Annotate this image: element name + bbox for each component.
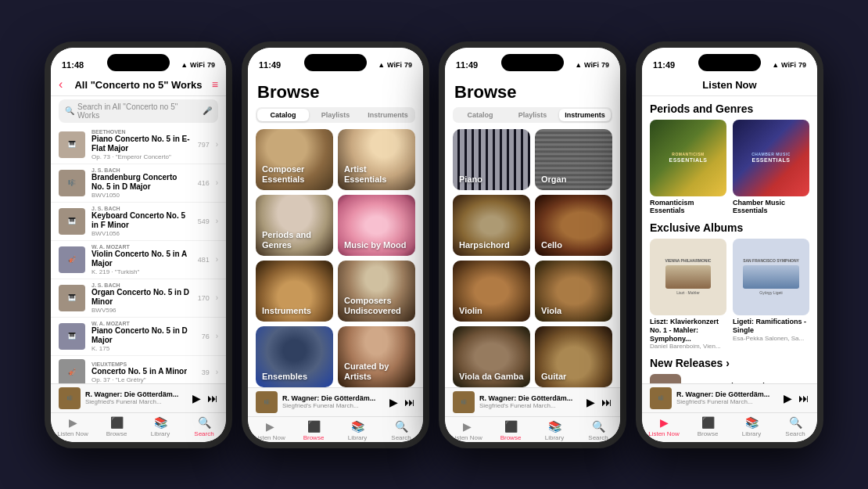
tab-browse-1[interactable]: ⬛ Browse — [95, 416, 138, 437]
section-title-exclusive: Exclusive Albums — [650, 221, 809, 234]
back-button-1[interactable]: ‹ — [59, 77, 63, 92]
album-item-romanticism[interactable]: ROMANTICISM ESSENTIALS Romanticism Essen… — [650, 120, 726, 216]
list-item[interactable]: 🎻 W. A. MOZART Violin Concerto No. 5 in … — [51, 241, 226, 279]
grid-item-viola[interactable]: Viola — [535, 261, 612, 322]
tab-search-2[interactable]: 🔍 Search — [379, 420, 423, 441]
section-title-new-releases[interactable]: New Releases › — [650, 357, 809, 369]
grid-item-guitar[interactable]: Guitar — [535, 326, 612, 387]
album-item-chamber[interactable]: CHAMBER MUSIC ESSENTIALS Chamber Music E… — [733, 120, 809, 216]
dynamic-island-3 — [501, 54, 564, 71]
player-thumb-1: 🎼 — [59, 387, 81, 409]
segment-instruments-3[interactable]: Instruments — [559, 109, 611, 121]
item-count-4: 481 — [198, 256, 210, 264]
grid-item-bg: Viola da Gamba — [453, 326, 530, 387]
grid-item-viola-da-gamba[interactable]: Viola da Gamba — [453, 326, 530, 387]
segment-catalog-2[interactable]: Catalog — [257, 109, 309, 121]
segment-playlists-3[interactable]: Playlists — [507, 109, 558, 121]
grid-item-cello[interactable]: Cello — [535, 195, 612, 256]
mini-player-3[interactable]: 🎼 R. Wagner: Die Götterdäm... Siegfried'… — [445, 387, 620, 416]
grid-item-music-by-mood[interactable]: Music by Mood — [338, 195, 415, 256]
play-button-4[interactable]: ▶ — [784, 392, 792, 405]
signal-icon-4: ▲ — [772, 61, 779, 69]
grid-item-bg: Composer Essentials — [256, 129, 333, 190]
tab-listen-now-4[interactable]: ▶ Listen Now — [642, 416, 686, 437]
list-item[interactable]: 🎹 J. S. BACH Keyboard Concerto No. 5 in … — [51, 203, 226, 241]
list-item[interactable]: 🎹 BEETHOVEN Piano Concerto No. 5 in E-Fl… — [51, 126, 226, 164]
tab-browse-2[interactable]: ⬛ Browse — [292, 420, 335, 441]
grid-item-composer-essentials[interactable]: Composer Essentials — [256, 129, 333, 190]
grid-item-bg: Harpsichord — [453, 195, 530, 256]
grid-item-harpsichord[interactable]: Harpsichord — [453, 195, 530, 256]
grid-item-bg: Piano — [453, 129, 530, 190]
item-title-6: Piano Concerto No. 5 in D Major — [91, 326, 195, 345]
grid-item-violin[interactable]: Violin — [453, 261, 530, 322]
wifi-icon-3: WiFi — [584, 61, 599, 69]
list-item[interactable]: 🎹 W. A. MOZART Piano Concerto No. 5 in D… — [51, 318, 226, 356]
album-cover-liszt: VIENNA PHILHARMONIC Liszt · Mahler — [650, 239, 726, 315]
status-icons-1: ▲ WiFi 79 — [181, 61, 215, 69]
filter-button-1[interactable]: ≡ — [212, 78, 218, 91]
tab-browse-4[interactable]: ⬛ Browse — [686, 416, 730, 437]
grid-item-instruments[interactable]: Instruments — [256, 261, 333, 322]
grid-item-artist-essentials[interactable]: Artist Essentials — [338, 129, 415, 190]
browse-label-1: Browse — [106, 430, 127, 437]
tab-bar-3: ▶ Listen Now ⬛ Browse 📚 Library 🔍 Search — [445, 416, 620, 442]
new-releases-item[interactable]: R. Wagner: Die Götterdäm... Siegfried's … — [650, 374, 809, 383]
forward-button-1[interactable]: ⏭ — [207, 392, 218, 405]
segment-catalog-3[interactable]: Catalog — [454, 109, 506, 121]
tab-search-4[interactable]: 🔍 Search — [773, 416, 817, 437]
item-info-6: W. A. MOZART Piano Concerto No. 5 in D M… — [91, 321, 195, 352]
grid-item-ensembles[interactable]: Ensembles — [256, 326, 333, 387]
tab-listen-now-1[interactable]: ▶ Listen Now — [51, 416, 95, 437]
status-time-1: 11:48 — [62, 60, 84, 70]
dynamic-island-4 — [698, 54, 761, 71]
list-item[interactable]: 🎹 J. S. BACH Organ Concerto No. 5 in D M… — [51, 279, 226, 318]
forward-button-4[interactable]: ⏭ — [798, 392, 809, 405]
chevron-icon-6: › — [216, 332, 218, 340]
play-button-1[interactable]: ▶ — [192, 392, 201, 405]
listen-now-content: Periods and Genres ROMANTICISM ESSENTIAL… — [642, 96, 817, 383]
list-item[interactable]: 🎻 VIEUXTEMPS Concerto No. 5 in A Minor O… — [51, 356, 226, 383]
item-info-5: J. S. BACH Organ Concerto No. 5 in D Min… — [91, 282, 192, 314]
tab-listen-now-2[interactable]: ▶ Listen Now — [248, 420, 292, 441]
tab-library-3[interactable]: 📚 Library — [533, 420, 576, 441]
grid-item-curated-artists[interactable]: Curated by Artists — [338, 326, 415, 387]
mic-icon-1[interactable]: 🎤 — [203, 106, 212, 115]
grid-item-piano[interactable]: Piano — [453, 129, 530, 190]
player-title-1: R. Wagner: Die Götterdäm... — [85, 390, 188, 398]
phone-3-screen: 11:49 ▲ WiFi 79 Browse Catalog Playlists… — [445, 48, 620, 442]
library-label-4: Library — [742, 430, 761, 437]
mini-player-4[interactable]: 🎼 R. Wagner: Die Götterdäm... Siegfried'… — [642, 383, 817, 412]
avatar-4: 🎻 — [59, 246, 85, 273]
forward-button-2[interactable]: ⏭ — [404, 396, 415, 408]
mini-player-1[interactable]: 🎼 R. Wagner: Die Götterdäm... Siegfried'… — [51, 383, 226, 412]
album-item-liszt[interactable]: VIENNA PHILHARMONIC Liszt · Mahler Liszt… — [650, 239, 726, 351]
segment-playlists-2[interactable]: Playlists — [310, 109, 361, 121]
item-composer-3: J. S. BACH — [91, 206, 192, 211]
grid-label-piano: Piano — [459, 174, 482, 185]
forward-button-3[interactable]: ⏭ — [601, 396, 612, 408]
player-thumb-2: 🎼 — [256, 391, 278, 413]
tab-library-1[interactable]: 📚 Library — [138, 416, 182, 437]
mini-player-2[interactable]: 🎼 R. Wagner: Die Götterdäm... Siegfried'… — [248, 387, 423, 416]
item-count-2: 416 — [198, 179, 210, 187]
grid-item-composers-undiscovered[interactable]: Composers Undiscovered — [338, 261, 415, 322]
grid-item-organ[interactable]: Organ — [535, 129, 612, 190]
item-composer-7: VIEUXTEMPS — [91, 361, 195, 367]
play-button-3[interactable]: ▶ — [586, 396, 595, 408]
tab-listen-now-3[interactable]: ▶ Listen Now — [445, 420, 489, 441]
tab-search-3[interactable]: 🔍 Search — [576, 420, 620, 441]
segment-instruments-2[interactable]: Instruments — [362, 109, 414, 121]
play-button-2[interactable]: ▶ — [389, 396, 398, 408]
tab-library-4[interactable]: 📚 Library — [730, 416, 773, 437]
album-item-ligeti[interactable]: SAN FRANCISCO SYMPHONY György Ligeti Lig… — [733, 239, 809, 351]
player-sub-3: Siegfried's Funeral March... — [479, 402, 582, 409]
tab-search-1[interactable]: 🔍 Search — [182, 416, 226, 437]
grid-item-periods-genres[interactable]: Periods and Genres — [256, 195, 333, 256]
search-tab-icon-2: 🔍 — [395, 420, 408, 433]
tab-browse-3[interactable]: ⬛ Browse — [489, 420, 533, 441]
search-bar-1[interactable]: 🔍 Search in All "Concerto no 5" Works 🎤 — [59, 99, 218, 123]
list-item[interactable]: 🎼 J. S. BACH Brandenburg Concerto No. 5 … — [51, 164, 226, 203]
listen-now-icon-4: ▶ — [660, 416, 669, 429]
tab-library-2[interactable]: 📚 Library — [335, 420, 379, 441]
